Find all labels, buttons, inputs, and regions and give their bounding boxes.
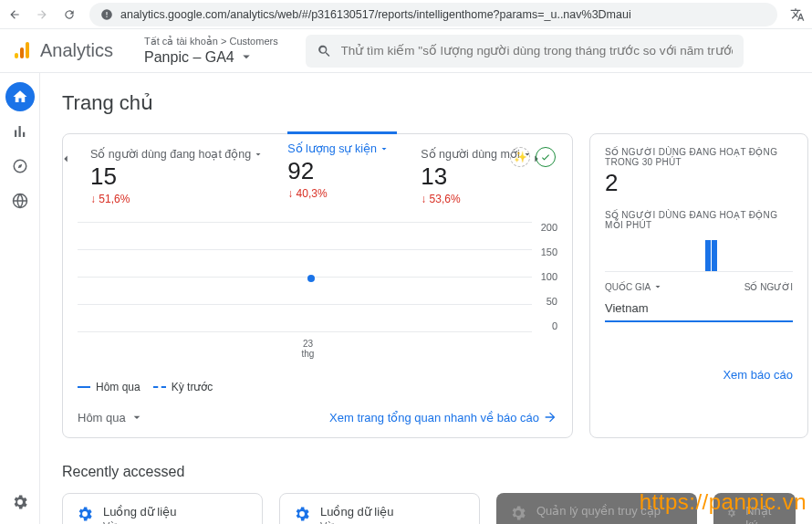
nav-explore[interactable] — [5, 152, 35, 181]
nav-advertising[interactable] — [5, 186, 35, 215]
account-breadcrumb: Tất cả tài khoản > Customers — [144, 36, 278, 47]
recent-card[interactable]: Luồng dữ liệuVừa xong — [62, 493, 263, 524]
chart-legend: Hôm qua Kỳ trước — [78, 381, 557, 393]
search-bar[interactable] — [306, 35, 744, 68]
app-header: Analytics Tất cả tài khoản > Customers P… — [0, 29, 812, 73]
main-content: Trang chủ Số người dùng đang hoạt động 1… — [40, 73, 812, 524]
gear-icon — [293, 505, 311, 523]
country-row[interactable]: Vietnam — [605, 301, 793, 322]
gear-icon — [509, 504, 527, 522]
browser-toolbar: analytics.google.com/analytics/web/#/p31… — [0, 0, 812, 29]
property-switcher[interactable]: Tất cả tài khoản > Customers Panpic – GA… — [144, 36, 278, 65]
realtime-bar-chart — [605, 236, 793, 272]
metric-active-users[interactable]: Số người dùng đang hoạt động 15 ↓ 51,6% — [90, 147, 264, 205]
arrow-right-icon — [543, 410, 557, 424]
line-chart: 200150100500 23thg — [78, 222, 557, 359]
realtime-card: SỐ NGƯỜI DÙNG ĐANG HOẠT ĐỘNG TRONG 30 PH… — [589, 133, 808, 438]
svg-rect-1 — [20, 47, 24, 58]
back-button[interactable] — [7, 7, 22, 22]
overview-card: Số người dùng đang hoạt động 15 ↓ 51,6% … — [62, 133, 573, 438]
chevron-down-icon — [379, 143, 390, 154]
gear-icon — [76, 505, 94, 523]
page-title: Trang chủ — [62, 91, 812, 115]
url-text: analytics.google.com/analytics/web/#/p31… — [120, 8, 631, 21]
translate-icon[interactable] — [790, 7, 805, 22]
realtime-view-link[interactable]: Xem báo cáo — [605, 368, 793, 382]
metric-event-count[interactable]: Số lượng sự kiện 92 ↓ 40,3% — [287, 131, 397, 200]
svg-rect-4 — [18, 126, 20, 137]
recent-card[interactable]: Luồng dữ liệuVừa xong — [279, 493, 480, 524]
reload-button[interactable] — [62, 7, 77, 22]
svg-rect-2 — [26, 42, 29, 58]
app-name: Analytics — [40, 40, 113, 61]
recently-accessed-title: Recently accessed — [62, 464, 812, 480]
search-input[interactable] — [341, 44, 733, 58]
nav-home[interactable] — [5, 82, 35, 111]
watermark-text: https://panpic.vn — [640, 489, 812, 515]
country-column[interactable]: QUỐC GIA — [605, 281, 663, 292]
date-range-selector[interactable]: Hôm qua — [78, 410, 144, 424]
forward-button[interactable] — [35, 7, 49, 22]
svg-rect-0 — [15, 53, 18, 58]
address-bar[interactable]: analytics.google.com/analytics/web/#/p31… — [89, 3, 777, 26]
nav-admin[interactable] — [5, 487, 35, 517]
insights-icon[interactable]: ✨ — [510, 147, 530, 167]
property-name: Panpic – GA4 — [144, 48, 278, 66]
chevron-down-icon — [253, 149, 264, 160]
chevron-down-icon — [130, 410, 144, 424]
svg-rect-5 — [23, 132, 25, 137]
analytics-icon — [11, 40, 33, 62]
status-ok-icon[interactable] — [536, 147, 556, 167]
nav-reports[interactable] — [5, 117, 35, 146]
sidebar — [0, 73, 40, 524]
search-icon — [317, 43, 332, 59]
site-info-icon — [100, 8, 113, 21]
chevron-down-icon — [238, 48, 255, 65]
metrics-prev[interactable] — [57, 151, 74, 167]
analytics-logo[interactable]: Analytics — [11, 40, 113, 62]
chevron-down-icon — [652, 281, 663, 292]
view-report-link[interactable]: Xem trang tổng quan nhanh về báo cáo — [329, 410, 557, 424]
svg-rect-3 — [15, 131, 16, 138]
